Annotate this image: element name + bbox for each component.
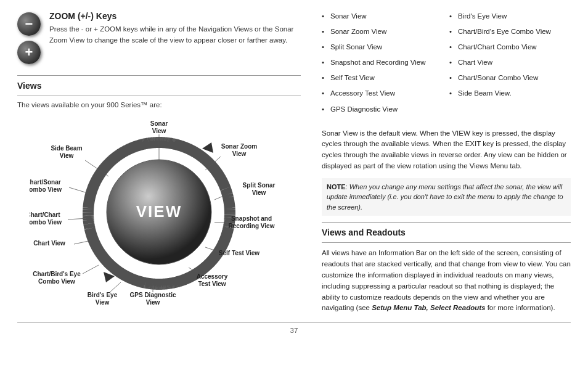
svg-text:View: View: [60, 152, 74, 159]
list-item: Chart/Chart Combo View: [449, 42, 571, 52]
svg-text:Combo View: Combo View: [30, 186, 62, 193]
readouts-section: Views and Readouts All views have an Inf…: [322, 227, 571, 314]
page: − + ZOOM (+/-) Keys Press the - or + ZOO…: [0, 0, 588, 381]
svg-text:View: View: [96, 299, 110, 306]
svg-text:Test View: Test View: [198, 281, 226, 287]
svg-text:Chart/Bird's Eye: Chart/Bird's Eye: [33, 271, 81, 277]
page-number: 37: [17, 322, 571, 334]
left-panel: − + ZOOM (+/-) Keys Press the - or + ZOO…: [17, 11, 301, 314]
minus-zoom-button[interactable]: −: [17, 12, 41, 36]
bullet-col-left: Sonar View Sonar Zoom View Split Sonar V…: [322, 11, 443, 120]
list-item: Chart/Sonar Combo View: [449, 73, 571, 83]
list-item: Bird's Eye View: [449, 11, 571, 21]
note-label: NOTE: [327, 183, 346, 190]
sonar-view-description: Sonar View is the default view. When the…: [322, 128, 571, 172]
svg-text:Chart/Sonar: Chart/Sonar: [30, 179, 61, 186]
list-item: Accessory Test View: [322, 88, 443, 98]
readouts-text-end: for more information).: [485, 304, 555, 311]
zoom-icons: − +: [17, 12, 41, 64]
svg-text:View: View: [252, 189, 266, 196]
diagram-container: VIEW Sonar View Sonar Zoom View Split So…: [30, 115, 288, 275]
svg-line-24: [110, 282, 121, 292]
svg-text:Snapshot and: Snapshot and: [231, 215, 272, 222]
views-intro: The views available on your 900 Series™ …: [17, 101, 301, 109]
top-section: − + ZOOM (+/-) Keys Press the - or + ZOO…: [17, 11, 571, 314]
list-item: Side Beam View.: [449, 88, 571, 98]
svg-text:View: View: [146, 299, 160, 306]
zoom-title: ZOOM (+/-) Keys: [49, 11, 301, 21]
views-title: Views: [17, 81, 301, 91]
svg-line-27: [83, 265, 99, 274]
plus-zoom-button[interactable]: +: [17, 41, 41, 64]
svg-text:View: View: [152, 128, 166, 134]
readouts-title: Views and Readouts: [322, 227, 571, 237]
bullet-list-left: Sonar View Sonar Zoom View Split Sonar V…: [322, 11, 443, 114]
zoom-section: − + ZOOM (+/-) Keys Press the - or + ZOO…: [17, 11, 301, 64]
svg-text:Chart/Chart: Chart/Chart: [30, 211, 60, 218]
svg-text:Accessory: Accessory: [197, 273, 228, 280]
svg-text:Split Sonar: Split Sonar: [243, 182, 276, 189]
svg-text:Sonar Zoom: Sonar Zoom: [221, 143, 257, 150]
divider-views: [17, 96, 301, 96]
note-body: : When you change any menu settings that…: [327, 183, 563, 211]
divider-readouts-below-title: [322, 242, 571, 243]
svg-text:Chart View: Chart View: [33, 240, 65, 247]
svg-text:Combo View: Combo View: [38, 278, 75, 285]
svg-text:GPS Diagnostic: GPS Diagnostic: [129, 292, 176, 298]
list-item: Chart View: [449, 57, 571, 67]
bullet-col-right: Bird's Eye View Chart/Bird's Eye Combo V…: [449, 11, 571, 120]
svg-text:Combo View: Combo View: [30, 219, 62, 226]
svg-text:Side Beam: Side Beam: [51, 145, 82, 152]
list-item: GPS Diagnostic View: [322, 104, 443, 114]
svg-text:Sonar: Sonar: [150, 120, 168, 127]
list-item: Sonar View: [322, 11, 443, 21]
views-section: Views The views available on your 900 Se…: [17, 81, 301, 275]
view-center-label: VIEW: [136, 202, 182, 221]
bullet-columns: Sonar View Sonar Zoom View Split Sonar V…: [322, 11, 571, 120]
svg-text:Recording View: Recording View: [229, 223, 275, 229]
zoom-description: Press the - or + ZOOM keys while in any …: [49, 24, 301, 46]
diagram-svg: VIEW Sonar View Sonar Zoom View Split So…: [30, 115, 288, 306]
bullet-list-right: Bird's Eye View Chart/Bird's Eye Combo V…: [449, 11, 571, 99]
readouts-description: All views have an Information Bar on the…: [322, 248, 571, 314]
svg-text:Bird's Eye: Bird's Eye: [88, 292, 118, 298]
note-box: NOTE: When you change any menu settings …: [322, 178, 571, 216]
list-item: Snapshot and Recording View: [322, 57, 443, 67]
list-item: Split Sonar View: [322, 42, 443, 52]
list-item: Chart/Bird's Eye Combo View: [449, 27, 571, 36]
list-item: Self Test View: [322, 73, 443, 83]
readouts-text-start: All views have an Information Bar on the…: [322, 249, 571, 311]
svg-text:View: View: [232, 150, 247, 157]
right-panel: Sonar View Sonar Zoom View Split Sonar V…: [316, 11, 571, 314]
readouts-bold-text: Setup Menu Tab, Select Readouts: [372, 304, 485, 311]
divider-zoom: [17, 75, 301, 76]
list-item: Sonar Zoom View: [322, 27, 443, 36]
zoom-text: ZOOM (+/-) Keys Press the - or + ZOOM ke…: [49, 11, 301, 46]
divider-readouts: [322, 222, 571, 223]
svg-text:Self Test View: Self Test View: [219, 250, 260, 256]
